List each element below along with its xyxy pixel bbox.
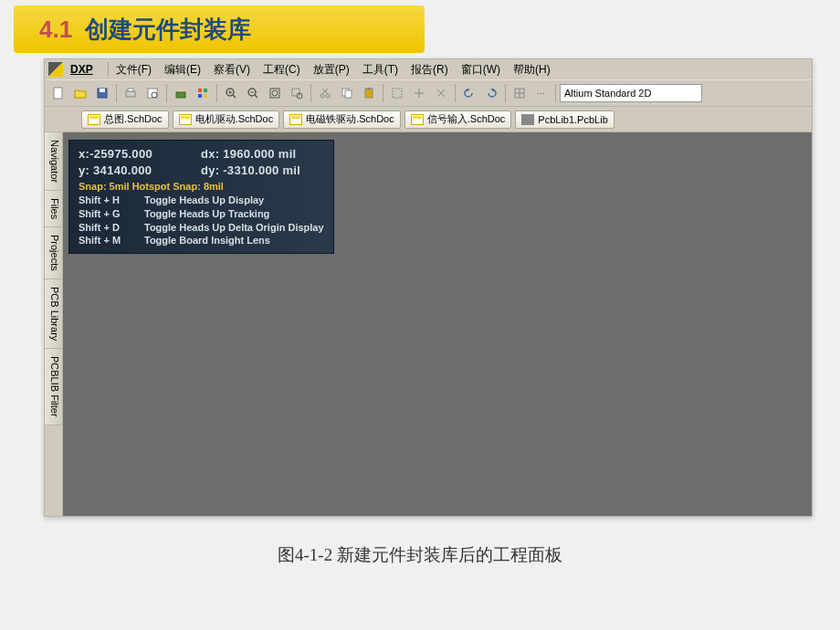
tab-label: PcbLib1.PcbLib	[538, 114, 607, 125]
menu-window[interactable]: 窗口(W)	[456, 60, 506, 79]
svg-rect-7	[176, 92, 185, 98]
svg-line-13	[233, 95, 236, 98]
menu-reports[interactable]: 报告(R)	[405, 60, 454, 79]
lib-button[interactable]	[171, 83, 191, 103]
app-logo-icon	[48, 62, 63, 77]
zoom-fit-button[interactable]	[265, 83, 285, 103]
svg-point-23	[320, 94, 324, 98]
svg-rect-8	[198, 89, 202, 92]
svg-rect-4	[128, 89, 133, 91]
undo-button[interactable]	[459, 83, 479, 103]
hud-coords-line1: x:-25975.000 dx: 1960.000 mil	[79, 146, 324, 163]
separator	[310, 84, 311, 102]
side-tab-pcb-library[interactable]: PCB Library	[45, 279, 62, 349]
tab-label: 电磁铁驱动.SchDoc	[306, 112, 394, 126]
svg-point-24	[326, 94, 330, 98]
svg-text:⋯: ⋯	[537, 89, 545, 99]
side-panel-tabs: Navigator Files Projects PCB Library PCB…	[45, 132, 63, 516]
save-button[interactable]	[92, 83, 112, 103]
redo-button[interactable]	[481, 83, 501, 103]
separator	[505, 84, 506, 102]
application-window: DXP 文件(F) 编辑(E) 察看(V) 工程(C) 放置(P) 工具(T) …	[44, 58, 813, 517]
menu-project[interactable]: 工程(C)	[257, 60, 306, 79]
side-tab-navigator[interactable]: Navigator	[45, 132, 62, 191]
open-button[interactable]	[70, 83, 90, 103]
pcblib-icon	[521, 114, 534, 125]
side-tab-pcblib-filter[interactable]: PCBLIB Filter	[45, 349, 62, 425]
schdoc-icon	[411, 114, 424, 125]
workspace: Navigator Files Projects PCB Library PCB…	[45, 132, 812, 516]
hud-dx: dx: 1960.000 mil	[201, 147, 297, 161]
svg-rect-2	[100, 89, 105, 92]
hud-hint: Shift + DToggle Heads Up Delta Origin Di…	[79, 221, 324, 235]
zoom-area-button[interactable]	[287, 83, 307, 103]
heads-up-display: x:-25975.000 dx: 1960.000 mil y: 34140.0…	[68, 140, 334, 254]
tab-schdoc[interactable]: 电磁铁驱动.SchDoc	[283, 110, 401, 129]
section-number: 4.1	[39, 16, 72, 44]
side-tab-projects[interactable]: Projects	[45, 227, 62, 279]
hud-snap: Snap: 5mil Hotspot Snap: 8mil	[79, 180, 324, 194]
select-button[interactable]	[387, 83, 407, 103]
hud-hint: Shift + HToggle Heads Up Display	[79, 194, 324, 207]
document-tab-bar: 总图.SchDoc 电机驱动.SchDoc 电磁铁驱动.SchDoc 信号输入.…	[45, 107, 812, 132]
divider	[108, 62, 109, 77]
zoom-in-button[interactable]	[221, 83, 241, 103]
separator	[216, 84, 217, 102]
schdoc-icon	[289, 114, 302, 125]
svg-rect-28	[345, 90, 352, 98]
schdoc-icon	[88, 114, 100, 125]
grid-button[interactable]	[509, 83, 530, 103]
main-toolbar: ⋯ Altium Standard 2D	[45, 79, 812, 107]
design-canvas[interactable]: x:-25975.000 dx: 1960.000 mil y: 34140.0…	[63, 132, 812, 516]
svg-rect-30	[367, 88, 371, 89]
section-title: 创建元件封装库	[85, 14, 251, 46]
schdoc-icon	[179, 114, 192, 125]
tab-label: 信号输入.SchDoc	[427, 112, 506, 126]
view-mode-dropdown[interactable]: Altium Standard 2D	[560, 84, 702, 102]
menu-help[interactable]: 帮助(H)	[508, 60, 556, 79]
tab-label: 电机驱动.SchDoc	[195, 112, 274, 126]
svg-rect-9	[204, 89, 207, 92]
svg-point-20	[272, 90, 278, 96]
new-doc-button[interactable]	[48, 83, 68, 103]
svg-rect-21	[292, 89, 299, 96]
view-mode-value: Altium Standard 2D	[564, 88, 651, 99]
menu-place[interactable]: 放置(P)	[308, 60, 355, 79]
menu-tools[interactable]: 工具(T)	[357, 60, 404, 79]
svg-line-17	[255, 95, 257, 98]
zoom-out-button[interactable]	[243, 83, 263, 103]
tab-schdoc[interactable]: 信号输入.SchDoc	[404, 110, 512, 129]
separator	[555, 84, 556, 102]
hud-x: x:-25975.000	[79, 146, 197, 163]
separator	[455, 84, 456, 102]
tab-label: 总图.SchDoc	[104, 112, 163, 126]
print-button[interactable]	[121, 83, 141, 103]
cut-button[interactable]	[315, 83, 335, 103]
tab-pcblib[interactable]: PcbLib1.PcbLib	[515, 110, 614, 129]
units-button[interactable]: ⋯	[531, 83, 551, 103]
menu-bar: DXP 文件(F) 编辑(E) 察看(V) 工程(C) 放置(P) 工具(T) …	[45, 59, 812, 79]
figure-caption: 图4-1-2 新建元件封装库后的工程面板	[0, 543, 840, 567]
menu-view[interactable]: 察看(V)	[208, 60, 256, 79]
menu-file[interactable]: 文件(F)	[110, 60, 157, 79]
paste-button[interactable]	[359, 83, 379, 103]
move-button[interactable]	[409, 83, 429, 103]
copy-button[interactable]	[337, 83, 357, 103]
tab-schdoc[interactable]: 电机驱动.SchDoc	[173, 110, 280, 129]
tab-schdoc[interactable]: 总图.SchDoc	[81, 110, 169, 129]
components-button[interactable]	[193, 83, 213, 103]
svg-rect-3	[126, 91, 135, 97]
menu-edit[interactable]: 编辑(E)	[159, 60, 206, 79]
svg-rect-29	[365, 89, 373, 98]
svg-rect-11	[204, 94, 207, 98]
hud-dy: dy: -3310.000 mil	[201, 163, 300, 177]
deselect-button[interactable]	[431, 83, 451, 103]
hud-y: y: 34140.000	[79, 163, 197, 179]
preview-button[interactable]	[142, 83, 163, 103]
hud-hint: Shift + MToggle Board Insight Lens	[79, 234, 324, 247]
side-tab-files[interactable]: Files	[45, 191, 62, 227]
separator	[116, 84, 117, 102]
svg-rect-0	[54, 88, 62, 99]
hud-coords-line2: y: 34140.000 dy: -3310.000 mil	[79, 163, 324, 179]
dxp-menu[interactable]: DXP	[67, 61, 97, 78]
